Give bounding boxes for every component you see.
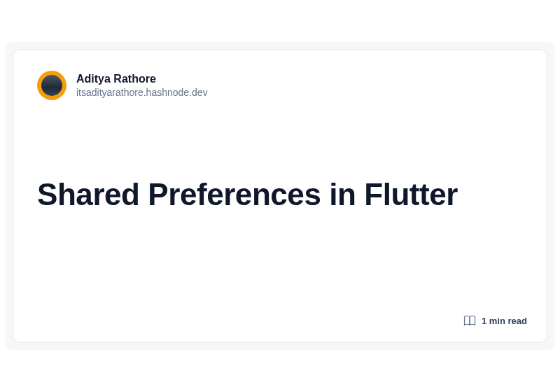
read-time: 1 min read: [482, 316, 527, 326]
post-title: Shared Preferences in Flutter: [37, 177, 523, 212]
post-card: Aditya Rathore itsadityarathore.hashnode…: [13, 49, 547, 343]
author-name: Aditya Rathore: [76, 72, 208, 87]
author-avatar[interactable]: [37, 71, 66, 100]
avatar-image: [41, 75, 62, 96]
author-header: Aditya Rathore itsadityarathore.hashnode…: [37, 71, 523, 100]
author-info: Aditya Rathore itsadityarathore.hashnode…: [76, 72, 208, 99]
author-domain[interactable]: itsadityarathore.hashnode.dev: [76, 86, 208, 99]
book-open-icon: [463, 314, 476, 327]
page-background: Aditya Rathore itsadityarathore.hashnode…: [6, 42, 554, 350]
post-meta: 1 min read: [463, 314, 527, 327]
